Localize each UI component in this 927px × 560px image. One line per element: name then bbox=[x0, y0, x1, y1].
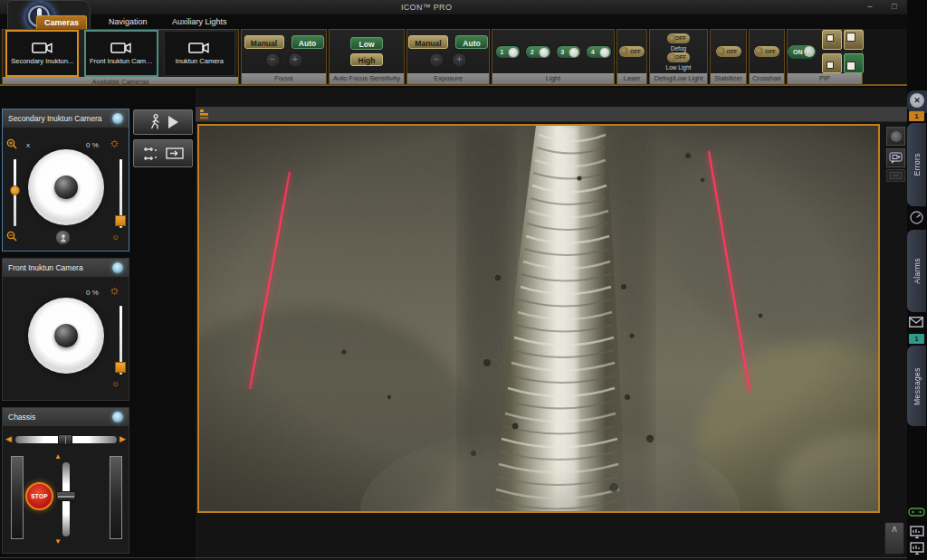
camera-button-inuktun[interactable]: Inuktun Camera bbox=[164, 31, 235, 76]
save-media-icon bbox=[890, 172, 902, 179]
zoom-in-icon[interactable] bbox=[6, 138, 17, 149]
panel-title: Secondary Inuktun Camera bbox=[8, 114, 101, 123]
window-bottom-edge bbox=[0, 557, 907, 558]
focus-decrease-button[interactable]: − bbox=[265, 52, 281, 68]
brightness-low-icon: ☼ bbox=[111, 233, 119, 242]
group-label: PIP bbox=[788, 73, 862, 84]
joystick-knob[interactable] bbox=[54, 176, 78, 199]
monitor-config-icon-1[interactable] bbox=[910, 526, 924, 539]
toggle-knob bbox=[599, 47, 610, 58]
errors-badge: 1 bbox=[909, 111, 924, 121]
camera-button-front[interactable]: Front Inuktun Camera bbox=[84, 30, 158, 77]
joystick-knob[interactable] bbox=[54, 324, 78, 347]
group-available-cameras: Secondary Inuktun... Front Inuktun Camer… bbox=[2, 29, 239, 85]
steer-right-icon[interactable]: ▶ bbox=[119, 435, 126, 443]
group-pip: ON PIP bbox=[787, 29, 863, 85]
joystick-home-icon bbox=[59, 233, 68, 242]
group-laser: OFF Laser bbox=[616, 29, 647, 85]
pan-tilt-joystick[interactable] bbox=[28, 149, 104, 225]
envelope-icon[interactable] bbox=[909, 317, 923, 327]
toggle-knob bbox=[620, 47, 628, 55]
minimize-button[interactable]: – bbox=[862, 1, 878, 13]
zoom-slider-thumb[interactable] bbox=[10, 185, 20, 195]
crosshair-toggle[interactable]: OFF bbox=[754, 46, 779, 57]
pip-position-bottom-left-large-button[interactable] bbox=[844, 53, 864, 73]
exposure-decrease-button[interactable]: − bbox=[429, 52, 444, 68]
zoom-out-icon[interactable] bbox=[6, 231, 17, 242]
panel-chassis: Chassis ◀ ▶ ▲ ▼ STOP bbox=[2, 407, 129, 554]
drive-reverse-icon[interactable]: ▼ bbox=[54, 538, 62, 546]
tab-cameras[interactable]: Cameras bbox=[36, 15, 87, 29]
expand-panel-button[interactable]: ∧ bbox=[884, 522, 904, 555]
track-export-button[interactable] bbox=[133, 139, 193, 167]
group-label: Focus bbox=[242, 73, 326, 84]
right-track-gauge bbox=[110, 456, 122, 539]
export-frame-icon bbox=[166, 147, 184, 159]
afs-low-button[interactable]: Low bbox=[350, 37, 383, 50]
layout-menu-icon[interactable] bbox=[200, 109, 211, 119]
panel-title: Chassis bbox=[8, 413, 35, 422]
pip-position-top-left-large-button[interactable] bbox=[844, 30, 864, 50]
group-auto-focus-sensitivity: Low High Auto Focus Sensitivity bbox=[329, 29, 405, 85]
camera-label: Inuktun Camera bbox=[176, 57, 224, 65]
sidebar-close-icon[interactable]: ✕ bbox=[910, 93, 924, 108]
light-toggle-3[interactable]: 3 bbox=[556, 45, 582, 59]
light-toggle-2[interactable]: 2 bbox=[525, 45, 551, 59]
pip-position-top-left-small-button[interactable] bbox=[822, 30, 842, 50]
walking-person-icon bbox=[148, 114, 163, 130]
camera-label: Secondary Inuktun... bbox=[11, 57, 73, 65]
snapshot-button[interactable] bbox=[886, 148, 905, 167]
icon-pro-window: ICON™ PRO – □ ✕ Cameras Navigation Auxil… bbox=[0, 0, 927, 560]
joystick-home-button[interactable] bbox=[55, 230, 71, 245]
camera-feed-frame bbox=[197, 124, 880, 513]
pip-toggle[interactable]: ON bbox=[788, 45, 816, 59]
exposure-manual-button[interactable]: Manual bbox=[408, 35, 448, 49]
brightness-high-icon: ☼ bbox=[109, 283, 120, 296]
low-light-toggle[interactable]: OFF bbox=[667, 52, 690, 62]
focus-increase-button[interactable]: + bbox=[288, 52, 303, 68]
brightness-low-icon: ☼ bbox=[111, 379, 119, 388]
light-toggle-1[interactable]: 1 bbox=[495, 45, 521, 59]
drive-forward-icon[interactable]: ▲ bbox=[54, 453, 62, 460]
title-bar bbox=[0, 0, 927, 14]
focus-manual-button[interactable]: Manual bbox=[244, 35, 284, 49]
chevron-up-icon: ∧ bbox=[891, 523, 898, 535]
brightness-value: 0 % bbox=[86, 289, 99, 297]
stop-button[interactable]: STOP bbox=[25, 482, 53, 510]
steer-left-icon[interactable]: ◀ bbox=[5, 435, 12, 443]
gamepad-icon[interactable] bbox=[908, 507, 925, 517]
focus-auto-button[interactable]: Auto bbox=[291, 35, 324, 49]
brightness-slider-thumb[interactable] bbox=[115, 362, 126, 373]
group-exposure: Manual Auto − + Exposure bbox=[406, 29, 490, 85]
motion-play-button[interactable] bbox=[133, 109, 193, 135]
brightness-slider-thumb[interactable] bbox=[115, 215, 126, 226]
tab-auxiliary-lights[interactable]: Auxiliary Lights bbox=[165, 15, 234, 29]
record-button[interactable] bbox=[886, 127, 905, 146]
pan-tilt-joystick[interactable] bbox=[28, 298, 104, 374]
monitor-config-icon-2[interactable] bbox=[910, 542, 924, 555]
exposure-auto-button[interactable]: Auto bbox=[455, 35, 488, 49]
export-disabled-button[interactable] bbox=[886, 169, 905, 182]
toggle-knob bbox=[668, 34, 676, 43]
light-toggle-4[interactable]: 4 bbox=[586, 45, 612, 59]
pip-corner-icon bbox=[827, 62, 834, 69]
toggle-knob bbox=[717, 47, 725, 55]
afs-high-button[interactable]: High bbox=[350, 53, 383, 66]
tab-messages[interactable]: Messages bbox=[907, 346, 926, 426]
tab-navigation[interactable]: Navigation bbox=[101, 15, 155, 29]
tab-errors[interactable]: Errors bbox=[907, 123, 926, 206]
stabilizer-toggle[interactable]: OFF bbox=[716, 46, 741, 57]
defog-caption: Defog bbox=[671, 45, 686, 52]
gauge-clock-icon[interactable] bbox=[909, 210, 924, 225]
pip-position-bottom-left-small-button[interactable] bbox=[822, 53, 842, 73]
video-camera-icon bbox=[110, 42, 132, 54]
restore-button[interactable]: □ bbox=[886, 1, 903, 13]
defog-toggle[interactable]: OFF bbox=[667, 33, 690, 43]
throttle-slider-handle[interactable] bbox=[56, 491, 76, 501]
laser-toggle[interactable]: OFF bbox=[619, 46, 645, 57]
tab-alarms[interactable]: Alarms bbox=[907, 230, 926, 312]
steering-slider-handle[interactable] bbox=[58, 434, 72, 445]
exposure-increase-button[interactable]: + bbox=[452, 52, 467, 68]
toggle-knob bbox=[569, 47, 579, 58]
camera-button-secondary[interactable]: Secondary Inuktun... bbox=[5, 30, 79, 77]
